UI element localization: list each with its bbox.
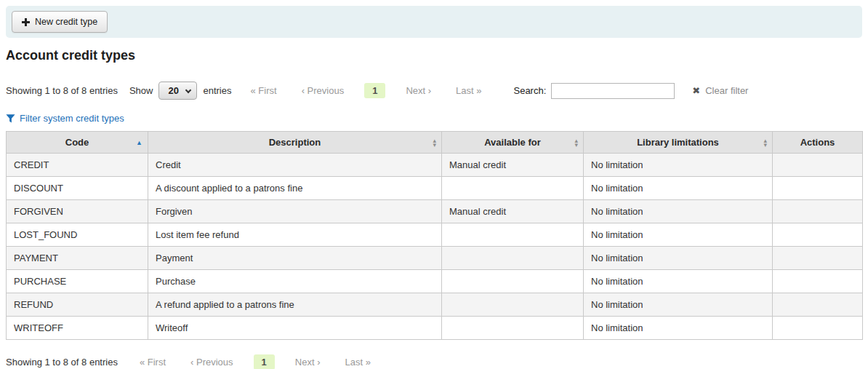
show-label: Show (129, 85, 153, 96)
cell-library-limitations: No limitation (584, 200, 773, 223)
sort-down-glyph: ▾ (763, 143, 767, 147)
table-row: DISCOUNTA discount applied to a patrons … (7, 177, 863, 200)
previous-page-button[interactable]: ‹ Previous (297, 83, 349, 98)
cell-available-for (442, 223, 584, 247)
entries-info-top: Showing 1 to 8 of 8 entries (6, 85, 118, 96)
cell-code: WRITEOFF (7, 317, 148, 340)
previous-page-button[interactable]: ‹ Previous (186, 354, 238, 369)
page-size-select-wrap: 20 (158, 82, 197, 100)
clear-filter-label: Clear filter (705, 85, 748, 96)
table-header: Code ▲ Description ▴ ▾ Available for ▴ ▾… (7, 132, 863, 154)
table-row: CREDITCreditManual creditNo limitation (7, 154, 863, 177)
cell-library-limitations: No limitation (584, 177, 773, 200)
cell-description: Purchase (148, 270, 442, 293)
last-page-button[interactable]: Last » (341, 354, 375, 369)
sort-both-icon: ▴ ▾ (574, 138, 578, 147)
table-row: FORGIVENForgivenManual creditNo limitati… (7, 200, 863, 223)
cell-description: Writeoff (148, 317, 442, 340)
sort-down-glyph: ▾ (433, 143, 436, 147)
cell-actions (773, 177, 863, 200)
column-header-available-for[interactable]: Available for ▴ ▾ (442, 132, 584, 154)
pagination-top: « First ‹ Previous 1 Next › Last » (246, 83, 502, 98)
search-input[interactable] (551, 83, 675, 99)
sort-asc-icon: ▲ (136, 139, 142, 146)
column-header-library-limitations[interactable]: Library limitations ▴ ▾ (584, 132, 773, 154)
page-length-control: Show 20 entries (129, 82, 232, 100)
cell-description: Forgiven (148, 200, 442, 223)
cell-code: DISCOUNT (7, 177, 148, 200)
first-page-button[interactable]: « First (135, 354, 170, 369)
pagination-bottom: « First ‹ Previous 1 Next › Last » (135, 354, 391, 369)
next-page-button[interactable]: Next › (291, 354, 325, 369)
cell-library-limitations: No limitation (584, 223, 773, 247)
credit-types-table: Code ▲ Description ▴ ▾ Available for ▴ ▾… (6, 131, 863, 340)
table-body: CREDITCreditManual creditNo limitationDI… (7, 154, 863, 340)
filter-system-credit-types-link[interactable]: Filter system credit types (6, 113, 124, 124)
cell-library-limitations: No limitation (584, 247, 773, 270)
column-header-code[interactable]: Code ▲ (7, 132, 148, 154)
search-label: Search: (513, 85, 546, 96)
column-label-library-limitations: Library limitations (637, 137, 719, 148)
filter-funnel-icon (6, 114, 15, 123)
cell-code: PAYMENT (7, 247, 148, 270)
column-label-code: Code (65, 137, 89, 148)
column-label-available-for: Available for (484, 137, 541, 148)
new-credit-type-label: New credit type (35, 17, 97, 27)
column-header-actions: Actions (773, 132, 863, 154)
filter-link-label: Filter system credit types (20, 113, 124, 124)
table-row: PURCHASEPurchaseNo limitation (7, 270, 863, 293)
cell-library-limitations: No limitation (584, 270, 773, 293)
entries-label: entries (203, 85, 231, 96)
last-page-button[interactable]: Last » (451, 83, 486, 98)
cell-code: PURCHASE (7, 270, 148, 293)
cell-available-for: Manual credit (442, 200, 584, 223)
page-size-select[interactable]: 20 (158, 82, 197, 100)
clear-filter-link[interactable]: ✖ Clear filter (692, 85, 748, 96)
entries-info-bottom: Showing 1 to 8 of 8 entries (6, 357, 118, 368)
cell-library-limitations: No limitation (584, 293, 773, 317)
current-page-button[interactable]: 1 (254, 354, 275, 369)
page-title: Account credit types (6, 48, 862, 63)
sort-down-glyph: ▾ (574, 143, 578, 147)
toolbar: New credit type (6, 6, 862, 38)
next-page-button[interactable]: Next › (401, 83, 435, 98)
table-row: REFUNDA refund applied to a patrons fine… (7, 293, 863, 317)
cell-description: A discount applied to a patrons fine (148, 177, 442, 200)
cell-available-for (442, 177, 584, 200)
table-row: PAYMENTPaymentNo limitation (7, 247, 863, 270)
cell-actions (773, 154, 863, 177)
table-search: Search: (513, 83, 675, 99)
plus-icon (22, 18, 30, 26)
sort-both-icon: ▴ ▾ (433, 138, 436, 147)
table-controls-top: Showing 1 to 8 of 8 entries Show 20 entr… (6, 81, 862, 100)
table-row: LOST_FOUNDLost item fee refundNo limitat… (7, 223, 863, 247)
current-page-button[interactable]: 1 (364, 83, 385, 98)
cell-code: LOST_FOUND (7, 223, 148, 247)
cell-available-for (442, 293, 584, 317)
cell-description: Lost item fee refund (148, 223, 442, 247)
header-row: Code ▲ Description ▴ ▾ Available for ▴ ▾… (7, 132, 863, 154)
clear-filter-x-icon: ✖ (692, 85, 700, 96)
cell-code: REFUND (7, 293, 148, 317)
table-controls-bottom: Showing 1 to 8 of 8 entries « First ‹ Pr… (6, 353, 862, 369)
first-page-button[interactable]: « First (246, 83, 281, 98)
cell-description: A refund applied to a patrons fine (148, 293, 442, 317)
sort-both-icon: ▴ ▾ (763, 138, 767, 147)
cell-code: FORGIVEN (7, 200, 148, 223)
cell-available-for (442, 317, 584, 340)
filter-row: Filter system credit types (6, 113, 862, 125)
cell-actions (773, 317, 863, 340)
cell-actions (773, 293, 863, 317)
table-row: WRITEOFFWriteoffNo limitation (7, 317, 863, 340)
column-label-actions: Actions (800, 137, 835, 148)
cell-code: CREDIT (7, 154, 148, 177)
column-label-description: Description (269, 137, 321, 148)
cell-actions (773, 200, 863, 223)
column-header-description[interactable]: Description ▴ ▾ (148, 132, 442, 154)
cell-library-limitations: No limitation (584, 317, 773, 340)
cell-library-limitations: No limitation (584, 154, 773, 177)
cell-available-for (442, 270, 584, 293)
cell-description: Credit (148, 154, 442, 177)
cell-actions (773, 247, 863, 270)
new-credit-type-button[interactable]: New credit type (12, 11, 108, 33)
